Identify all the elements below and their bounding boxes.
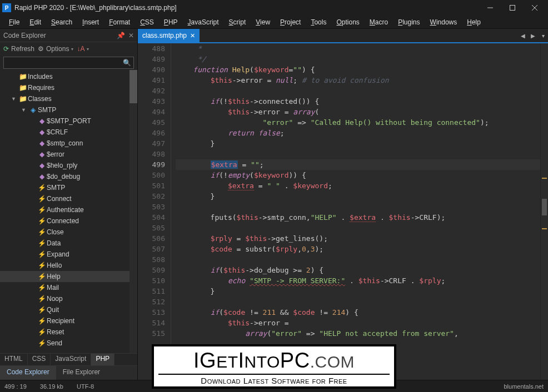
tree-item-classes[interactable]: ▼📁Classes xyxy=(0,93,137,104)
menu-javascript[interactable]: JavaScript xyxy=(183,17,223,27)
options-button[interactable]: ⚙ Options ▾ xyxy=(38,45,73,53)
close-icon[interactable]: ✕ xyxy=(190,32,195,39)
svg-rect-1 xyxy=(510,6,515,11)
maximize-button[interactable] xyxy=(501,0,524,16)
tree-item-error[interactable]: ◆$error xyxy=(0,149,137,160)
sidebar-toolbar: ⟳ Refresh ⚙ Options ▾ ↓A ▾ xyxy=(0,42,137,56)
sort-icon: ↓A xyxy=(77,45,84,53)
menu-file[interactable]: File xyxy=(4,17,24,27)
close-icon[interactable]: ✕ xyxy=(128,32,134,39)
tree-item-authenticate[interactable]: ⚡Authenticate xyxy=(0,204,137,215)
close-button[interactable] xyxy=(524,0,546,16)
tree-item-close[interactable]: ⚡Close xyxy=(0,227,137,238)
prop-icon: ◆ xyxy=(37,128,47,136)
method-icon: ⚡ xyxy=(37,184,47,192)
tree-item-expand[interactable]: ⚡Expand xyxy=(0,249,137,260)
tree-item-send[interactable]: ⚡Send xyxy=(0,338,137,349)
prop-icon: ◆ xyxy=(37,117,47,125)
file-tab-label: class.smtp.php xyxy=(142,32,187,39)
menu-tools[interactable]: Tools xyxy=(306,17,331,27)
tree-item-reset[interactable]: ⚡Reset xyxy=(0,326,137,338)
tree-item-hello[interactable]: ⚡Hello xyxy=(0,260,137,271)
menu-windows[interactable]: Windows xyxy=(426,17,462,27)
sidebar-tabs: Code ExplorerFile Explorer xyxy=(0,365,137,380)
prop-icon: ◆ xyxy=(37,173,47,180)
menu-format[interactable]: Format xyxy=(104,17,134,27)
method-icon: ⚡ xyxy=(37,306,47,314)
menu-options[interactable]: Options xyxy=(332,17,363,27)
menu-css[interactable]: CSS xyxy=(136,17,158,27)
method-icon: ⚡ xyxy=(37,339,47,347)
tree-item-connected[interactable]: ⚡Connected xyxy=(0,215,137,227)
minimize-button[interactable] xyxy=(479,0,501,16)
method-icon: ⚡ xyxy=(37,262,47,269)
menu-view[interactable]: View xyxy=(251,17,275,27)
method-icon: ⚡ xyxy=(37,317,47,325)
tree-item-connect[interactable]: ⚡Connect xyxy=(0,193,137,204)
tab-menu-button[interactable]: ▾ xyxy=(538,33,548,39)
menu-script[interactable]: Script xyxy=(225,17,251,27)
tab-next-button[interactable]: ▶ xyxy=(528,33,538,39)
side-tab-file-explorer[interactable]: File Explorer xyxy=(56,366,107,380)
sidebar: Code Explorer 📌 ✕ ⟳ Refresh ⚙ Options ▾ … xyxy=(0,29,138,380)
tree-item-smtp_port[interactable]: ◆$SMTP_PORT xyxy=(0,115,137,127)
menu-project[interactable]: Project xyxy=(276,17,305,27)
tree-item-noop[interactable]: ⚡Noop xyxy=(0,293,137,304)
tree-item-help[interactable]: ⚡Help xyxy=(0,271,137,282)
tree-item-smtp_conn[interactable]: ◆$smtp_conn xyxy=(0,138,137,149)
menu-macro[interactable]: Macro xyxy=(365,17,392,27)
status-position: 499 : 19 xyxy=(4,383,27,390)
watermark-title: IGETINTOPC.COM xyxy=(158,349,390,373)
lang-tab-css[interactable]: CSS xyxy=(28,354,51,365)
editor-scrollbar[interactable] xyxy=(540,43,548,380)
gear-icon: ⚙ xyxy=(38,45,44,53)
menu-plugins[interactable]: Plugins xyxy=(393,17,424,27)
pin-icon[interactable]: 📌 xyxy=(117,32,125,39)
editor-area: class.smtp.php ✕ ◀ ▶ ▾ 48848949049149249… xyxy=(138,29,548,380)
status-encoding: UTF-8 xyxy=(77,383,94,390)
tree-item-requires[interactable]: 📁Requires xyxy=(0,82,137,93)
tree-scrollbar[interactable] xyxy=(129,70,137,353)
tree-item-crlf[interactable]: ◆$CRLF xyxy=(0,127,137,138)
tree-item-mail[interactable]: ⚡Mail xyxy=(0,282,137,293)
prop-icon: ◆ xyxy=(37,150,47,158)
menu-search[interactable]: Search xyxy=(47,17,77,27)
lang-tab-php[interactable]: PHP xyxy=(91,354,114,365)
menu-edit[interactable]: Edit xyxy=(25,17,46,27)
refresh-label: Refresh xyxy=(11,45,34,53)
tree-item-helo_rply[interactable]: ◆$helo_rply xyxy=(0,160,137,171)
sort-button[interactable]: ↓A ▾ xyxy=(77,45,89,53)
tree-item-quit[interactable]: ⚡Quit xyxy=(0,304,137,315)
search-icon[interactable]: 🔍 xyxy=(123,59,131,67)
status-filesize: 36.19 kb xyxy=(40,383,63,390)
search-input-wrap: 🔍 xyxy=(3,57,134,69)
menu-insert[interactable]: Insert xyxy=(78,17,103,27)
menu-php[interactable]: PHP xyxy=(160,17,182,27)
menu-help[interactable]: Help xyxy=(462,17,485,27)
tab-prev-button[interactable]: ◀ xyxy=(518,33,528,39)
chevron-down-icon: ▾ xyxy=(87,47,89,52)
watermark-overlay: IGETINTOPC.COM Download Latest Software … xyxy=(152,344,396,389)
app-icon: P xyxy=(2,3,11,12)
file-tab[interactable]: class.smtp.php ✕ xyxy=(138,29,200,42)
lang-tab-javascript[interactable]: JavaScript xyxy=(51,354,91,365)
tree-item-data[interactable]: ⚡Data xyxy=(0,238,137,249)
tree-item-recipient[interactable]: ⚡Recipient xyxy=(0,315,137,326)
tree-item-do_debug[interactable]: ◆$do_debug xyxy=(0,171,137,182)
language-tabs: HTMLCSSJavaScriptPHP xyxy=(0,353,137,365)
code-view[interactable]: 4884894904914924934944954964974984995005… xyxy=(138,43,548,380)
method-icon: ⚡ xyxy=(37,228,47,236)
tree-item-includes[interactable]: 📁Includes xyxy=(0,71,137,82)
page-title: Rapid PHP 2020 - [E:\Web\_phplibrary\cla… xyxy=(14,4,479,12)
method-icon: ⚡ xyxy=(37,273,47,280)
side-tab-code-explorer[interactable]: Code Explorer xyxy=(0,366,56,380)
folder-icon: 📁 xyxy=(18,73,28,81)
lang-tab-html[interactable]: HTML xyxy=(0,354,28,365)
method-icon: ⚡ xyxy=(37,195,47,203)
refresh-button[interactable]: ⟳ Refresh xyxy=(3,45,34,53)
code-content[interactable]: * */ function Help($keyword="") { $this-… xyxy=(171,43,548,380)
tree-item-smtp[interactable]: ▼◈SMTP xyxy=(0,104,137,115)
tree-item-smtp[interactable]: ⚡SMTP xyxy=(0,182,137,193)
search-input[interactable] xyxy=(6,59,123,67)
class-icon: ◈ xyxy=(28,106,38,114)
